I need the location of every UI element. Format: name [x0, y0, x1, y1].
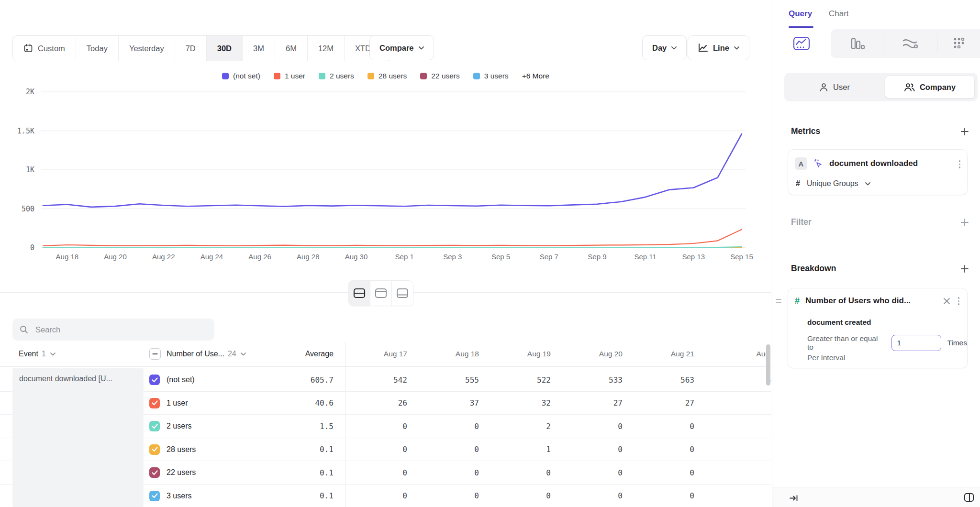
x-tick-label: Aug 22 — [152, 253, 175, 261]
row-checkbox[interactable] — [149, 438, 160, 461]
close-icon[interactable] — [943, 298, 950, 305]
average-column-header[interactable]: Average — [266, 342, 334, 366]
chart-type-bar-button[interactable] — [831, 29, 883, 58]
row-average: 605.7 — [266, 368, 334, 391]
row-value: 32 — [489, 392, 551, 415]
entity-company-button[interactable]: Company — [885, 76, 975, 99]
x-tick-label: Aug 24 — [200, 253, 223, 261]
row-value: 0 — [417, 485, 479, 507]
metric-badge: A — [795, 157, 807, 170]
group-count: 24 — [228, 350, 236, 358]
row-value: 0 — [704, 438, 771, 461]
row-value: 555 — [417, 368, 479, 391]
row-value: 37 — [417, 392, 479, 415]
row-label: 28 users — [167, 438, 196, 461]
hash-icon: # — [796, 179, 800, 188]
breakdown-condition: Greater than or equal to — [807, 334, 886, 352]
event-name-cell[interactable]: document downloaded [U... — [12, 368, 144, 507]
date-column-header: Aug 18 — [417, 342, 479, 366]
legend-swatch — [420, 73, 427, 79]
results-table: Event 1 Number of Use... 24 Average — [0, 342, 771, 507]
series-line — [43, 230, 742, 246]
legend-item[interactable]: 2 users — [319, 72, 354, 80]
metric-menu-button[interactable] — [957, 158, 963, 170]
x-tick-label: Sep 13 — [682, 253, 705, 261]
chart-type-scatter-button[interactable] — [937, 29, 980, 58]
legend-item[interactable]: 28 users — [368, 72, 407, 80]
legend-label: 2 users — [330, 72, 354, 80]
metrics-title: Metrics — [791, 126, 820, 136]
row-value: 2 — [489, 415, 551, 438]
layout-chart-button[interactable] — [370, 281, 392, 306]
row-value: 522 — [489, 368, 551, 391]
tab-query[interactable]: Query — [789, 0, 812, 28]
row-checkbox[interactable] — [149, 415, 160, 438]
entity-user-button[interactable]: User — [784, 73, 885, 101]
breakdown-event: document created — [807, 318, 871, 327]
chart-area: 05001K1.5K2K Aug 18Aug 20Aug 22Aug 24Aug… — [0, 0, 771, 268]
metric-aggregation[interactable]: # Unique Groups — [796, 179, 870, 188]
add-breakdown-button[interactable] — [960, 265, 969, 273]
row-value: 0 — [632, 461, 694, 484]
select-all-checkbox[interactable] — [149, 342, 161, 366]
y-tick-label: 500 — [10, 205, 34, 213]
chart-type-flow-button[interactable] — [883, 29, 937, 58]
legend-more-button[interactable]: +6 More — [522, 72, 549, 80]
event-column-header[interactable]: Event 1 — [19, 342, 56, 366]
line-chart — [0, 0, 771, 268]
legend-item[interactable]: (not set) — [222, 72, 260, 80]
series-line — [43, 247, 742, 248]
add-metric-button[interactable] — [960, 127, 969, 136]
split-panel-button[interactable] — [963, 491, 975, 504]
tab-chart[interactable]: Chart — [829, 0, 849, 28]
legend-item[interactable]: 1 user — [274, 72, 305, 80]
layout-toggle — [348, 280, 413, 306]
legend-swatch — [319, 73, 325, 79]
legend-label: 28 users — [379, 72, 407, 80]
date-column-header: Aug 17 — [345, 342, 407, 366]
table-scrollbar[interactable] — [766, 344, 770, 386]
row-checkbox[interactable] — [149, 392, 160, 415]
legend-item[interactable]: 22 users — [420, 72, 459, 80]
check-icon — [152, 377, 158, 383]
row-checkbox[interactable] — [149, 485, 160, 507]
group-column-header[interactable]: Number of Use... 24 — [167, 342, 246, 366]
chevron-down-icon — [50, 353, 56, 356]
row-checkbox[interactable] — [149, 461, 160, 484]
breakdown-property: Number of Users who did... — [805, 296, 937, 306]
row-value: 0 — [632, 485, 694, 507]
breakdown-value-input[interactable] — [891, 335, 941, 351]
breakdown-card[interactable]: # Number of Users who did... document cr… — [788, 288, 968, 368]
row-value: 0 — [345, 415, 407, 438]
drag-handle-icon[interactable] — [776, 299, 781, 303]
add-filter-button[interactable] — [960, 218, 969, 227]
layout-split-button[interactable] — [349, 281, 370, 306]
legend-swatch — [222, 73, 229, 79]
legend-label: (not set) — [233, 72, 260, 80]
breakdown-header: Breakdown — [791, 264, 969, 274]
metric-card[interactable]: A document downloaded # Unique Groups — [788, 149, 968, 195]
chart-type-line-button[interactable] — [772, 29, 831, 58]
row-value: 53 — [704, 368, 771, 391]
row-checkbox[interactable] — [149, 368, 160, 391]
row-value: 2 — [704, 392, 771, 415]
breakdown-menu-button[interactable] — [956, 295, 962, 307]
legend-item[interactable]: 3 users — [473, 72, 509, 80]
layout-table-button[interactable] — [392, 281, 413, 306]
row-value: 27 — [632, 392, 694, 415]
row-value: 0 — [632, 415, 694, 438]
check-icon — [152, 447, 158, 452]
row-label: (not set) — [167, 368, 195, 391]
row-value: 563 — [632, 368, 694, 391]
search-input[interactable] — [34, 325, 208, 335]
row-average: 40.6 — [266, 392, 334, 415]
split-view-icon — [353, 288, 366, 298]
line-chart-type-icon — [792, 36, 811, 51]
table-header: Event 1 Number of Use... 24 Average — [0, 342, 771, 367]
collapse-panel-button[interactable] — [788, 492, 799, 504]
row-value: 0 — [560, 461, 623, 484]
row-value: 0 — [417, 461, 479, 484]
chart-legend: (not set)1 user2 users28 users22 users3 … — [0, 72, 771, 80]
date-column-header: Aug 21 — [632, 342, 694, 366]
legend-label: 1 user — [285, 72, 305, 80]
